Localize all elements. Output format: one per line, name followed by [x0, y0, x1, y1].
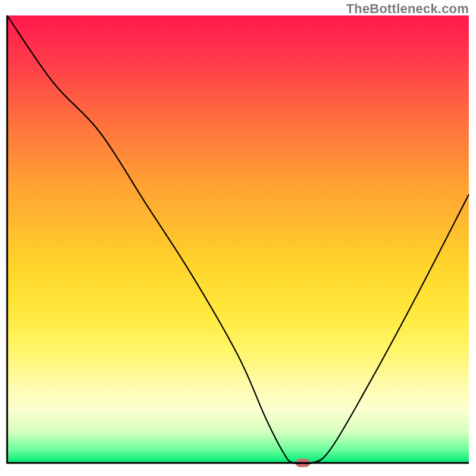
chart-container: TheBottleneck.com [0, 0, 476, 476]
axes [7, 15, 469, 463]
plot-area [6, 14, 470, 464]
chart-svg [6, 14, 470, 464]
plot-wrapper [6, 14, 470, 470]
bottleneck-curve-line [7, 15, 469, 464]
